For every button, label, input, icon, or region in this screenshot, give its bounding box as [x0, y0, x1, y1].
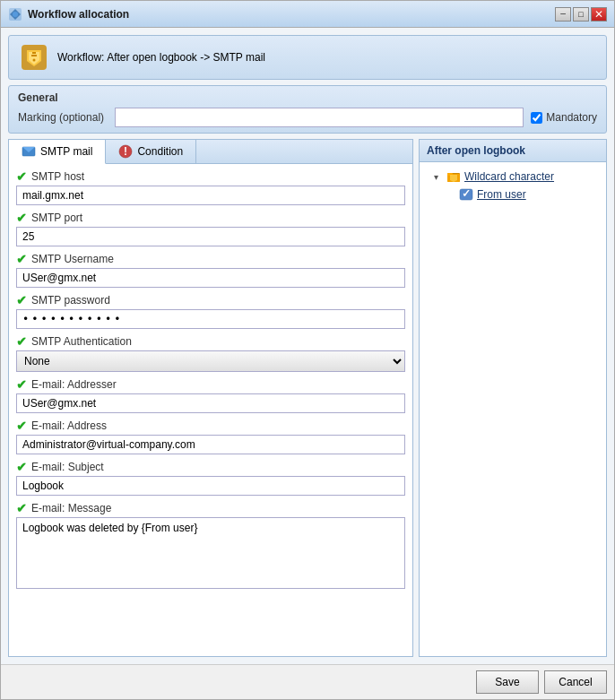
tree-item-from-user[interactable]: ✓ From user [446, 186, 601, 203]
smtp-username-input[interactable] [16, 268, 405, 288]
email-message-label-row: ✔ E-mail: Message [16, 501, 405, 515]
close-button[interactable]: ✕ [591, 7, 607, 22]
field-email-addresser: ✔ E-mail: Addresser [16, 377, 405, 413]
smtp-port-input[interactable] [16, 227, 405, 246]
footer: Save Cancel [1, 664, 614, 699]
tree-item-icon: ✓ [459, 187, 473, 202]
tree-item-wildcard[interactable]: ▾ Wildcard character [434, 168, 601, 186]
smtp-port-check-icon: ✔ [16, 211, 27, 225]
field-smtp-auth: ✔ SMTP Authentication None SSL TLS [16, 334, 405, 372]
title-bar: Workflow allocation ✕ [1, 1, 614, 28]
window-controls: ✕ [555, 7, 607, 22]
smtp-host-label: SMTP host [31, 170, 84, 183]
tab-smtp-label: SMTP mail [40, 145, 92, 158]
smtp-password-check-icon: ✔ [16, 293, 27, 307]
smtp-username-check-icon: ✔ [16, 252, 27, 266]
window-title: Workflow allocation [28, 8, 555, 21]
workflow-info-text: Workflow: After open logbook -> SMTP mai… [57, 51, 265, 64]
svg-text:✓: ✓ [462, 187, 471, 200]
smtp-host-label-row: ✔ SMTP host [16, 169, 405, 184]
main-area: SMTP mail ! Condition [8, 139, 607, 657]
email-address-input[interactable] [16, 435, 405, 454]
svg-rect-6 [32, 52, 36, 54]
general-section: General Marking (optional) Mandatory [8, 85, 607, 134]
field-smtp-host: ✔ SMTP host [16, 169, 405, 205]
close-icon: ✕ [594, 8, 603, 21]
smtp-username-label-row: ✔ SMTP Username [16, 252, 405, 266]
email-subject-input[interactable] [16, 476, 405, 496]
smtp-tab-icon [22, 144, 36, 159]
svg-text:!: ! [124, 145, 127, 158]
svg-rect-5 [31, 55, 37, 56]
maximize-button[interactable] [573, 7, 589, 22]
smtp-port-label-row: ✔ SMTP port [16, 211, 405, 225]
condition-tab-icon: ! [118, 144, 133, 159]
window-icon [8, 7, 22, 22]
field-email-subject: ✔ E-mail: Subject [16, 460, 405, 496]
left-panel: SMTP mail ! Condition [8, 139, 413, 657]
workflow-icon [20, 43, 48, 72]
tree-expand-icon: ▾ [434, 172, 443, 182]
tab-condition-label: Condition [137, 145, 183, 158]
email-addresser-check-icon: ✔ [16, 377, 27, 392]
field-smtp-port: ✔ SMTP port [16, 211, 405, 246]
field-email-address: ✔ E-mail: Address [16, 419, 405, 454]
smtp-username-label: SMTP Username [31, 253, 114, 265]
mandatory-checkbox-group: Mandatory [531, 111, 597, 124]
email-subject-label-row: ✔ E-mail: Subject [16, 460, 405, 474]
mandatory-label: Mandatory [546, 111, 597, 124]
email-addresser-input[interactable] [16, 393, 405, 413]
tree-wildcard-label[interactable]: Wildcard character [464, 170, 554, 183]
smtp-password-label-row: ✔ SMTP password [16, 293, 405, 307]
tab-condition[interactable]: ! Condition [106, 140, 196, 163]
main-window: Workflow allocation ✕ Workflow: A [0, 0, 615, 700]
save-button[interactable]: Save [476, 670, 539, 694]
email-addresser-label-row: ✔ E-mail: Addresser [16, 377, 405, 392]
email-subject-check-icon: ✔ [16, 460, 27, 474]
cancel-button[interactable]: Cancel [544, 670, 607, 694]
tree-folder-icon [446, 169, 461, 184]
right-panel-title: After open logbook [420, 140, 606, 162]
field-smtp-username: ✔ SMTP Username [16, 252, 405, 288]
right-panel: After open logbook ▾ [419, 139, 607, 657]
field-smtp-password: ✔ SMTP password [16, 293, 405, 329]
smtp-password-input[interactable] [16, 309, 405, 329]
general-label: General [18, 91, 597, 104]
marking-input[interactable] [115, 108, 524, 127]
smtp-auth-check-icon: ✔ [16, 334, 27, 349]
tabs-bar: SMTP mail ! Condition [9, 140, 412, 164]
marking-label: Marking (optional) [18, 111, 108, 124]
tab-smtp-mail[interactable]: SMTP mail [9, 140, 106, 164]
smtp-host-check-icon: ✔ [16, 169, 27, 184]
tree-leaf-spacer [446, 190, 455, 200]
workflow-info-bar: Workflow: After open logbook -> SMTP mai… [8, 35, 607, 80]
email-message-label: E-mail: Message [31, 502, 111, 514]
marking-row: Marking (optional) Mandatory [18, 108, 597, 127]
window-body: Workflow: After open logbook -> SMTP mai… [1, 28, 614, 664]
form-content: ✔ SMTP host ✔ SMTP port [9, 164, 412, 656]
email-subject-label: E-mail: Subject [31, 461, 104, 473]
smtp-auth-label-row: ✔ SMTP Authentication [16, 334, 405, 349]
smtp-host-input[interactable] [16, 186, 405, 205]
mandatory-checkbox[interactable] [531, 112, 542, 124]
minimize-button[interactable] [555, 7, 571, 22]
smtp-auth-label: SMTP Authentication [31, 335, 132, 348]
smtp-auth-select[interactable]: None SSL TLS [16, 350, 405, 372]
smtp-password-label: SMTP password [31, 294, 110, 307]
email-address-check-icon: ✔ [16, 419, 27, 433]
email-message-check-icon: ✔ [16, 501, 27, 515]
tree-area: ▾ Wildcard character [420, 162, 606, 656]
smtp-port-label: SMTP port [31, 212, 82, 224]
email-address-label-row: ✔ E-mail: Address [16, 419, 405, 433]
tree-from-user-label[interactable]: From user [477, 188, 526, 201]
field-email-message: ✔ E-mail: Message Logbook was deleted by… [16, 501, 405, 592]
svg-point-1 [13, 12, 18, 17]
email-addresser-label: E-mail: Addresser [31, 378, 117, 391]
email-address-label: E-mail: Address [31, 419, 107, 432]
email-message-textarea[interactable]: Logbook was deleted by {From user} [16, 517, 405, 589]
svg-point-7 [33, 59, 36, 62]
